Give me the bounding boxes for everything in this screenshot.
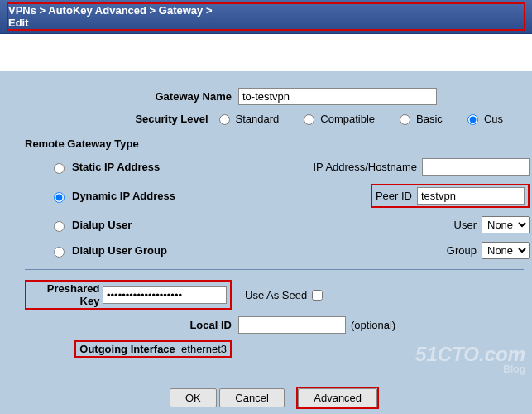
security-standard-radio[interactable]: [219, 114, 230, 125]
remote-gateway-type-label: Remote Gateway Type: [25, 137, 524, 150]
use-as-seed-checkbox[interactable]: [312, 290, 323, 301]
ip-hostname-input[interactable]: [422, 158, 530, 176]
security-level-label: Security Level: [25, 113, 215, 125]
preshared-key-label: Preshared Key: [30, 282, 99, 307]
dialup-user-label: Dialup User: [72, 219, 132, 231]
cancel-button[interactable]: Cancel: [219, 388, 284, 407]
local-id-hint: (optional): [351, 319, 395, 331]
use-as-seed-label: Use As Seed: [245, 289, 307, 301]
outgoing-interface-value: ethernet3: [181, 343, 227, 355]
security-compatible-radio[interactable]: [304, 114, 314, 125]
static-ip-radio[interactable]: [54, 163, 65, 174]
dialup-user-radio[interactable]: [54, 221, 65, 232]
breadcrumb-bar: VPNs > AutoKey Advanced > Gateway > Edit: [0, 0, 532, 34]
ip-hostname-label: IP Address/Hostname: [314, 161, 418, 173]
breadcrumb-text: VPNs > AutoKey Advanced > Gateway > Edit: [8, 4, 213, 29]
dialup-group-radio[interactable]: [54, 247, 65, 258]
user-label: User: [454, 219, 477, 231]
dynamic-ip-label: Dynamic IP Address: [72, 190, 175, 202]
group-label: Group: [447, 244, 477, 257]
local-id-input[interactable]: [238, 316, 346, 334]
ok-button[interactable]: OK: [170, 388, 217, 407]
divider: [25, 269, 524, 270]
preshared-key-input[interactable]: [103, 286, 227, 304]
dynamic-ip-radio[interactable]: [54, 192, 65, 203]
divider-2: [25, 368, 524, 368]
security-custom-radio[interactable]: [467, 114, 478, 125]
local-id-label: Local ID: [25, 319, 238, 331]
gateway-name-label: Gateway Name: [25, 90, 238, 103]
group-select[interactable]: None: [482, 242, 530, 259]
static-ip-label: Static IP Address: [72, 161, 160, 173]
dialup-group-label: Dialup User Group: [72, 244, 167, 257]
peer-id-label: Peer ID: [376, 190, 412, 202]
button-row: OK Cancel Advanced: [25, 378, 524, 412]
user-select[interactable]: None: [482, 216, 530, 233]
outgoing-interface-label: Outgoing Interface: [79, 343, 175, 355]
form-panel: Gateway Name Security Level Standard Com…: [0, 71, 532, 414]
security-level-group: Standard Compatible Basic Cus: [215, 112, 524, 125]
security-basic-radio[interactable]: [400, 114, 410, 125]
peer-id-input[interactable]: [417, 187, 525, 205]
advanced-button[interactable]: Advanced: [298, 388, 377, 407]
gateway-name-input[interactable]: [238, 88, 437, 105]
